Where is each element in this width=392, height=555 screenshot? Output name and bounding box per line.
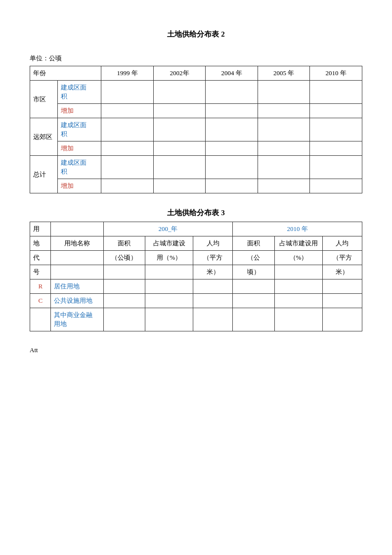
table3-header-row4: 号 米） 顷） 米） [30, 265, 362, 279]
table3-h4-area200 [103, 265, 145, 279]
table3-h3-area2010: （公 [233, 251, 275, 265]
table2-data-yuanjiao-2010-2 [310, 141, 362, 156]
table2-data-shiqu-2005-2 [258, 104, 310, 118]
table3-h4-zhan2010 [275, 265, 323, 279]
table2-data-zongji-2004-1 [206, 156, 258, 179]
table3-h4-col1: 号 [30, 265, 51, 279]
table2-header-row: 年份 1999 年 2002年 2004 年 2005 年 2010 年 [30, 66, 362, 81]
table2-data-zongji-2010-1 [310, 156, 362, 179]
table3-renjun200-R [193, 279, 233, 294]
table3-renjun2010-commercial [322, 308, 362, 331]
table2-category-shiqu: 市区 [30, 81, 58, 118]
att-label: Att [30, 346, 38, 354]
table2-data-yuanjiao-2010-1 [310, 118, 362, 141]
table2-data-zongji-2005-1 [258, 156, 310, 179]
table2-data-shiqu-2002-1 [153, 81, 206, 104]
table2-row-zongji-zengjia: 增加 [30, 179, 362, 193]
table2-sub-jiancheng1: 建成区面积 [58, 81, 101, 104]
table3-h3-zhan200: 用（%） [145, 251, 193, 265]
table2-category-zongji: 总计 [30, 156, 58, 193]
table3-h4-renjun2010: 米） [322, 265, 362, 279]
table3-h2-col1: 地 [30, 236, 51, 251]
table2-sub-zengjia2: 增加 [58, 141, 101, 156]
table2-sub-jiancheng2: 建成区面积 [58, 118, 101, 141]
table2-data-yuanjiao-1999-2 [101, 141, 154, 156]
table3-h4-area2010: 顷） [233, 265, 275, 279]
table3-renjun2010-R [322, 279, 362, 294]
table2-sub-zengjia3: 增加 [58, 179, 101, 193]
table3-header-row2: 地 用地名称 面积 占城市建设 人均 面积 占城市建设用 人均 [30, 236, 362, 251]
table3-h4-col2 [51, 265, 103, 279]
table3-h3-col2 [51, 251, 103, 265]
table2-row-shiqu-zengjia: 增加 [30, 104, 362, 118]
table2-unit: 单位：公顷 [30, 54, 362, 63]
table2-sub-jiancheng3: 建成区面积 [58, 156, 101, 179]
table2-data-yuanjiao-2002-2 [153, 141, 206, 156]
table2-data-yuanjiao-2004-1 [206, 118, 258, 141]
footer: Att [30, 346, 362, 354]
table3-code-R: R [30, 279, 51, 294]
table3-zhan2010-R [275, 279, 323, 294]
table3-h3-zhan2010: （%） [275, 251, 323, 265]
table3-h1-200: 200_年 [103, 222, 233, 236]
table3-renjun200-C [193, 294, 233, 308]
table3-h2-col2: 用地名称 [51, 236, 103, 251]
table3-row-C: C 公共设施用地 [30, 294, 362, 308]
table2-data-shiqu-2002-2 [153, 104, 206, 118]
table3-zhan200-C [145, 294, 193, 308]
table3-row-commercial: 其中商业金融用地 [30, 308, 362, 331]
table2-col-2004: 2004 年 [206, 66, 258, 81]
table2-data-shiqu-2004-2 [206, 104, 258, 118]
table3-name-R: 居住用地 [51, 279, 103, 294]
table2-row-yuanjiao-jiancheng: 远郊区 建成区面积 [30, 118, 362, 141]
table3-area2010-C [233, 294, 275, 308]
table3-h2-area2010: 面积 [233, 236, 275, 251]
table3-h4-zhan200 [145, 265, 193, 279]
table3-area200-R [103, 279, 145, 294]
table3-zhan2010-commercial [275, 308, 323, 331]
table3-area200-C [103, 294, 145, 308]
table2-data-zongji-2010-2 [310, 179, 362, 193]
table3-h2-zhan200: 占城市建设 [145, 236, 193, 251]
table2-data-shiqu-2010-2 [310, 104, 362, 118]
table2-data-yuanjiao-2005-1 [258, 118, 310, 141]
table2-data-shiqu-2005-1 [258, 81, 310, 104]
table3-renjun2010-C [322, 294, 362, 308]
table3-name-C: 公共设施用地 [51, 294, 103, 308]
table3-h4-renjun200: 米） [193, 265, 233, 279]
table3-row-R: R 居住用地 [30, 279, 362, 294]
table3-zhan200-commercial [145, 308, 193, 331]
table2-col-2005: 2005 年 [258, 66, 310, 81]
table2: 年份 1999 年 2002年 2004 年 2005 年 2010 年 市区 … [30, 66, 362, 193]
table2-col-2010: 2010 年 [310, 66, 362, 81]
table3-code-commercial [30, 308, 51, 331]
table3-code-C: C [30, 294, 51, 308]
table2-data-zongji-2002-2 [153, 179, 206, 193]
table3-header-row3: 代 （公顷） 用（%） （平方 （公 （%） （平方 [30, 251, 362, 265]
table2-data-shiqu-1999-1 [101, 81, 154, 104]
table2-data-zongji-2004-2 [206, 179, 258, 193]
table2-data-shiqu-2004-1 [206, 81, 258, 104]
table3-area2010-R [233, 279, 275, 294]
table3-area2010-commercial [233, 308, 275, 331]
table3-area200-commercial [103, 308, 145, 331]
table3-h3-col1: 代 [30, 251, 51, 265]
table2-col-1999: 1999 年 [101, 66, 154, 81]
table2-row-yuanjiao-zengjia: 增加 [30, 141, 362, 156]
table3-h1-col1: 用 [30, 222, 51, 236]
table3-h1-col2 [51, 222, 103, 236]
table3-h3-renjun200: （平方 [193, 251, 233, 265]
table3-h1-2010: 2010 年 [233, 222, 362, 236]
table3-header-row1: 用 200_年 2010 年 [30, 222, 362, 236]
table3-title: 土地供给分布表 3 [30, 208, 362, 218]
table3-h3-renjun2010: （平方 [322, 251, 362, 265]
table2-data-yuanjiao-1999-1 [101, 118, 154, 141]
table2-data-zongji-1999-1 [101, 156, 154, 179]
table2-data-yuanjiao-2002-1 [153, 118, 206, 141]
table2-data-zongji-1999-2 [101, 179, 154, 193]
table3-h2-area200: 面积 [103, 236, 145, 251]
table2-data-zongji-2002-1 [153, 156, 206, 179]
table2-data-zongji-2005-2 [258, 179, 310, 193]
table3-h2-zhan2010: 占城市建设用 [275, 236, 323, 251]
table2-data-yuanjiao-2004-2 [206, 141, 258, 156]
